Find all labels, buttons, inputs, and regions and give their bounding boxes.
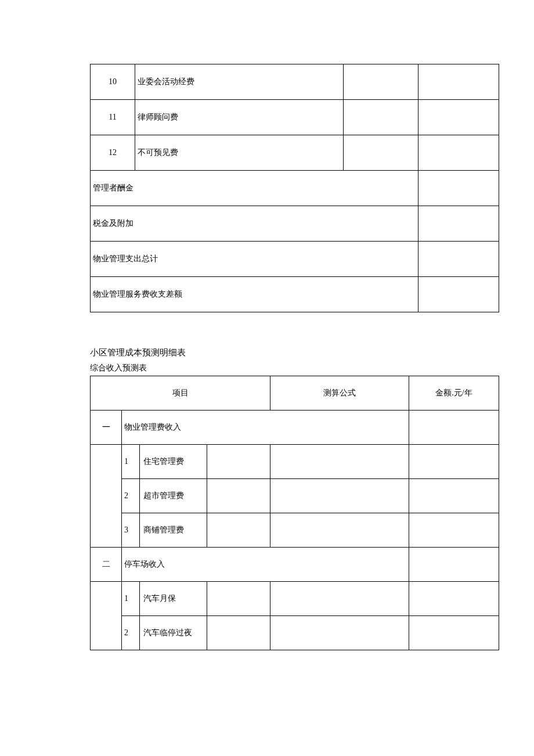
- header-formula: 测算公式: [270, 376, 409, 411]
- section-subtitle: 综合收入预测表: [90, 363, 499, 373]
- income-forecast-table: 项目 测算公式 金额.元/年 一 物业管理费收入 1 住宅管理费 2 超市管理费…: [90, 376, 499, 650]
- table-row: 2 超市管理费: [91, 479, 499, 513]
- section-title: 小区管理成本预测明细表: [90, 347, 499, 358]
- cell: [418, 171, 499, 206]
- group-number: 二: [91, 548, 122, 582]
- cell: [207, 479, 270, 513]
- item-number: 2: [122, 479, 140, 513]
- group-header-row: 一 物业管理费收入: [91, 411, 499, 445]
- cell: [91, 582, 122, 650]
- table-row: 税金及附加: [91, 206, 499, 242]
- table-row: 11 律师顾问费: [91, 100, 499, 135]
- cell: [409, 411, 499, 445]
- table-row: 物业管理支出总计: [91, 242, 499, 277]
- table-header-row: 项目 测算公式 金额.元/年: [91, 376, 499, 411]
- table-row: 2 汽车临停过夜: [91, 616, 499, 650]
- cell: [418, 206, 499, 242]
- item-label: 商铺管理费: [140, 513, 207, 548]
- row-number: 12: [91, 135, 135, 171]
- item-number: 3: [122, 513, 140, 548]
- header-project: 项目: [91, 376, 270, 411]
- row-label: 物业管理支出总计: [91, 242, 418, 277]
- item-label: 住宅管理费: [140, 445, 207, 479]
- cell: [270, 479, 409, 513]
- cell: [344, 100, 418, 135]
- table-row: 1 汽车月保: [91, 582, 499, 616]
- cell: [207, 616, 270, 650]
- cell: [207, 582, 270, 616]
- item-label: 汽车月保: [140, 582, 207, 616]
- cell: [270, 445, 409, 479]
- table-row: 3 商铺管理费: [91, 513, 499, 548]
- row-desc: 业委会活动经费: [135, 64, 344, 100]
- row-desc: 不可预见费: [135, 135, 344, 171]
- cell: [409, 616, 499, 650]
- cell: [418, 242, 499, 277]
- table-row: 1 住宅管理费: [91, 445, 499, 479]
- cell: [418, 64, 499, 100]
- table-row: 物业管理服务费收支差额: [91, 277, 499, 312]
- row-label: 管理者酬金: [91, 171, 418, 206]
- item-number: 2: [122, 616, 140, 650]
- cell: [418, 100, 499, 135]
- cell: [207, 445, 270, 479]
- row-number: 11: [91, 100, 135, 135]
- expense-table: 10 业委会活动经费 11 律师顾问费 12 不可预见费 管理者酬金 税金及附加…: [90, 64, 499, 312]
- group-label: 停车场收入: [122, 548, 409, 582]
- table-row: 12 不可预见费: [91, 135, 499, 171]
- group-label: 物业管理费收入: [122, 411, 409, 445]
- cell: [207, 513, 270, 548]
- item-number: 1: [122, 582, 140, 616]
- item-label: 超市管理费: [140, 479, 207, 513]
- header-amount: 金额.元/年: [409, 376, 499, 411]
- table-row: 管理者酬金: [91, 171, 499, 206]
- cell: [418, 277, 499, 312]
- row-number: 10: [91, 64, 135, 100]
- cell: [409, 513, 499, 548]
- cell: [270, 513, 409, 548]
- cell: [409, 479, 499, 513]
- cell: [270, 616, 409, 650]
- cell: [418, 135, 499, 171]
- cell: [270, 582, 409, 616]
- item-label: 汽车临停过夜: [140, 616, 207, 650]
- group-number: 一: [91, 411, 122, 445]
- row-label: 物业管理服务费收支差额: [91, 277, 418, 312]
- cell: [409, 582, 499, 616]
- cell: [344, 64, 418, 100]
- group-header-row: 二 停车场收入: [91, 548, 499, 582]
- cell: [409, 548, 499, 582]
- item-number: 1: [122, 445, 140, 479]
- cell: [344, 135, 418, 171]
- cell: [91, 445, 122, 548]
- table-row: 10 业委会活动经费: [91, 64, 499, 100]
- cell: [409, 445, 499, 479]
- row-label: 税金及附加: [91, 206, 418, 242]
- row-desc: 律师顾问费: [135, 100, 344, 135]
